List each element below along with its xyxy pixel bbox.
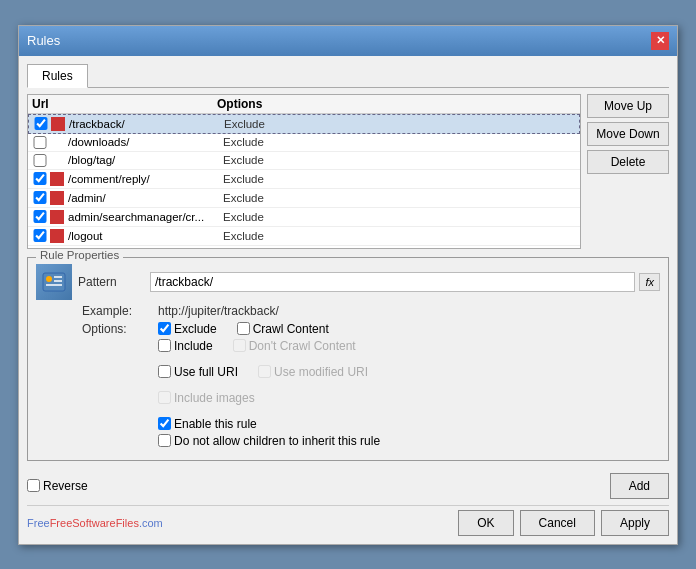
brand-text: FreeFreeSoftwareFiles.com	[27, 517, 163, 529]
use-modified-uri-checkbox[interactable]	[258, 365, 271, 378]
row-icon	[50, 172, 64, 186]
example-value: http://jupiter/trackback/	[158, 304, 279, 318]
col-url-header: Url	[32, 97, 217, 111]
row-url: /blog/tag/	[68, 154, 223, 166]
dialog-body: Rules Url Options /trackback/Exclude/dow…	[19, 56, 677, 544]
svg-point-1	[46, 276, 52, 282]
svg-rect-0	[43, 273, 65, 291]
table-row[interactable]: admin/searchmanager/cr...Exclude	[28, 208, 580, 227]
row-url: /downloads/	[68, 136, 223, 148]
dont-crawl-option[interactable]: Don't Crawl Content	[233, 339, 356, 353]
options-row-6: Do not allow children to inherit this ru…	[158, 434, 380, 448]
table-row[interactable]: /logoutExclude	[28, 227, 580, 246]
group-label: Rule Properties	[36, 249, 123, 261]
crawl-content-checkbox[interactable]	[237, 322, 250, 335]
table-row[interactable]: /comment/reply/Exclude	[28, 170, 580, 189]
main-content: Url Options /trackback/Exclude/downloads…	[27, 94, 669, 249]
table-row[interactable]: /admin/Exclude	[28, 189, 580, 208]
footer-left: Reverse	[27, 479, 88, 493]
row-icon	[51, 117, 65, 131]
apply-button[interactable]: Apply	[601, 510, 669, 536]
use-full-uri-checkbox[interactable]	[158, 365, 171, 378]
table-row[interactable]: /downloads/Exclude	[28, 134, 580, 152]
col-options-header: Options	[217, 97, 576, 111]
row-options: Exclude	[223, 173, 576, 185]
row-checkbox[interactable]	[32, 154, 48, 167]
example-row: Example: http://jupiter/trackback/	[36, 304, 660, 318]
ok-button[interactable]: OK	[458, 510, 513, 536]
row-icon	[50, 210, 64, 224]
dialog-title: Rules	[27, 33, 60, 48]
delete-button[interactable]: Delete	[587, 150, 669, 174]
row-url: /admin/	[68, 192, 223, 204]
row-options: Exclude	[223, 136, 576, 148]
row-checkbox[interactable]	[32, 210, 48, 223]
pattern-input[interactable]	[150, 272, 635, 292]
row-checkbox[interactable]	[32, 172, 48, 185]
brand-prefix: Free	[27, 517, 50, 529]
include-images-checkbox[interactable]	[158, 391, 171, 404]
close-button[interactable]: ✕	[651, 32, 669, 50]
row-icon	[50, 229, 64, 243]
no-children-checkbox[interactable]	[158, 434, 171, 447]
dont-crawl-checkbox[interactable]	[233, 339, 246, 352]
rules-dialog: Rules ✕ Rules Url Options /trackback/Exc…	[18, 25, 678, 545]
add-button[interactable]: Add	[610, 473, 669, 499]
exclude-checkbox[interactable]	[158, 322, 171, 335]
crawl-content-option[interactable]: Crawl Content	[237, 322, 329, 336]
tab-rules[interactable]: Rules	[27, 64, 88, 88]
row-options: Exclude	[223, 211, 576, 223]
include-option[interactable]: Include	[158, 339, 213, 353]
url-table: Url Options /trackback/Exclude/downloads…	[27, 94, 581, 249]
row-checkbox[interactable]	[32, 136, 48, 149]
exclude-option[interactable]: Exclude	[158, 322, 217, 336]
use-full-uri-option[interactable]: Use full URI	[158, 365, 238, 379]
row-url: /trackback/	[69, 118, 224, 130]
include-images-option[interactable]: Include images	[158, 391, 255, 405]
include-checkbox[interactable]	[158, 339, 171, 352]
use-modified-uri-option[interactable]: Use modified URI	[258, 365, 368, 379]
row-url: /logout	[68, 230, 223, 242]
row-url: admin/searchmanager/cr...	[68, 211, 223, 223]
rule-icon	[36, 264, 72, 300]
enable-rule-option[interactable]: Enable this rule	[158, 417, 257, 431]
table-body[interactable]: /trackback/Exclude/downloads/Exclude/blo…	[28, 114, 580, 248]
rule-properties: Rule Properties Pattern fx Example:	[27, 257, 669, 461]
footer: Reverse Add	[27, 469, 669, 499]
brand-name: FreeSoftwareFiles	[50, 517, 139, 529]
side-buttons: Move Up Move Down Delete	[587, 94, 669, 249]
example-label: Example:	[82, 304, 154, 318]
row-options: Exclude	[223, 154, 576, 166]
tab-bar: Rules	[27, 64, 669, 88]
cancel-button[interactable]: Cancel	[520, 510, 595, 536]
table-header: Url Options	[28, 95, 580, 114]
row-options: Exclude	[223, 230, 576, 242]
pattern-row: Pattern fx	[36, 264, 660, 300]
row-options: Exclude	[223, 192, 576, 204]
footer-right: Add	[610, 473, 669, 499]
table-row[interactable]: /trackback/Exclude	[28, 114, 580, 134]
row-checkbox[interactable]	[32, 229, 48, 242]
pattern-label: Pattern	[78, 275, 150, 289]
fx-button[interactable]: fx	[639, 273, 660, 291]
options-row: Options: Exclude Crawl Content	[36, 322, 660, 448]
reverse-checkbox[interactable]	[27, 479, 40, 492]
row-checkbox[interactable]	[32, 191, 48, 204]
move-up-button[interactable]: Move Up	[587, 94, 669, 118]
reverse-option[interactable]: Reverse	[27, 479, 88, 493]
row-icon	[50, 191, 64, 205]
row-options: Exclude	[224, 118, 575, 130]
row-url: /comment/reply/	[68, 173, 223, 185]
options-grid: Exclude Crawl Content Include	[158, 322, 380, 448]
options-row-2: Include Don't Crawl Content	[158, 339, 380, 353]
move-down-button[interactable]: Move Down	[587, 122, 669, 146]
brand-suffix: .com	[139, 517, 163, 529]
row-checkbox[interactable]	[33, 117, 49, 130]
title-bar: Rules ✕	[19, 26, 677, 56]
options-row-1: Exclude Crawl Content	[158, 322, 380, 336]
table-row[interactable]: /blog/tag/Exclude	[28, 152, 580, 170]
enable-rule-checkbox[interactable]	[158, 417, 171, 430]
options-row-3: Use full URI Use modified URI	[158, 365, 380, 379]
no-children-option[interactable]: Do not allow children to inherit this ru…	[158, 434, 380, 448]
dialog-buttons: OK Cancel Apply	[458, 510, 669, 536]
